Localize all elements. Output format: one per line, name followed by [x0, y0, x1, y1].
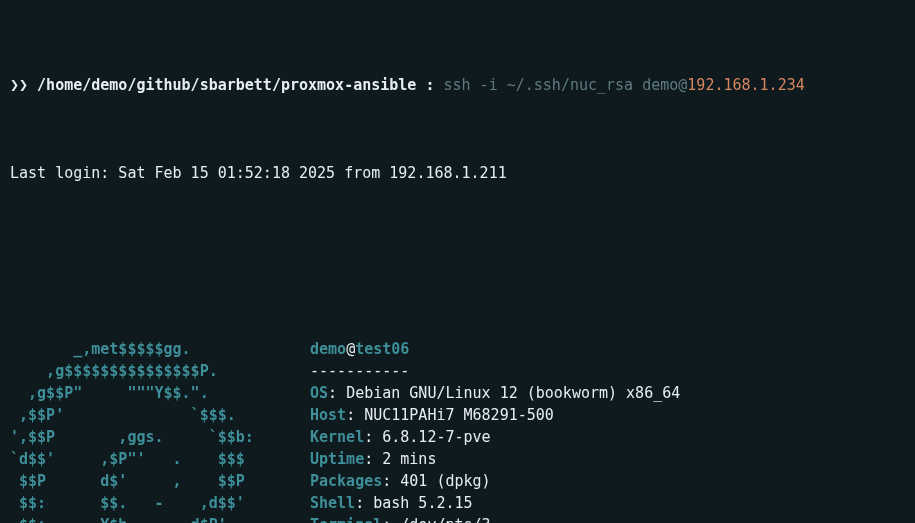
user-host-line: demo@test06	[310, 338, 725, 360]
info-row-host: Host: NUC11PAHi7 M68291-500	[310, 404, 725, 426]
logo-line: ,g$$P" """Y$$.".	[10, 382, 310, 404]
cwd-path: /home/demo/github/sbarbett/proxmox-ansib…	[37, 76, 416, 94]
ssh-user: demo@	[642, 76, 687, 94]
logo-line: ',$$P ,ggs. `$$b:	[10, 426, 310, 448]
info-label: Terminal	[310, 516, 382, 523]
info-label: Packages	[310, 472, 382, 490]
header-line: ❯❯ /home/demo/github/sbarbett/proxmox-an…	[10, 74, 905, 96]
info-value: /dev/pts/3	[400, 516, 490, 523]
system-info: demo@test06-----------OS: Debian GNU/Lin…	[310, 338, 725, 523]
prompt-arrows: ❯❯	[10, 76, 37, 94]
colon: :	[416, 76, 443, 94]
info-value: NUC11PAHi7 M68291-500	[364, 406, 554, 424]
separator-line: -----------	[310, 360, 725, 382]
logo-line: $$; Y$b._ _,d$P'	[10, 514, 310, 523]
info-row-packages: Packages: 401 (dpkg)	[310, 470, 725, 492]
logo-line: $$: $$. - ,d$$'	[10, 492, 310, 514]
info-label: Kernel	[310, 428, 364, 446]
logo-line: `d$$' ,$P"' . $$$	[10, 448, 310, 470]
info-row-shell: Shell: bash 5.2.15	[310, 492, 725, 514]
info-row-terminal: Terminal: /dev/pts/3	[310, 514, 725, 523]
info-value: 6.8.12-7-pve	[382, 428, 490, 446]
ssh-ip: 192.168.1.234	[687, 76, 804, 94]
logo-line: ,g$$$$$$$$$$$$$$$P.	[10, 360, 310, 382]
ssh-flag: -i	[480, 76, 507, 94]
ascii-logo: _,met$$$$$gg. ,g$$$$$$$$$$$$$$$P. ,g$$P"…	[10, 338, 310, 523]
info-value: bash 5.2.15	[373, 494, 472, 512]
ssh-key: ~/.ssh/nuc_rsa	[507, 76, 642, 94]
info-row-uptime: Uptime: 2 mins	[310, 448, 725, 470]
info-host: test06	[355, 340, 409, 358]
logo-line: _,met$$$$$gg.	[10, 338, 310, 360]
info-label: OS	[310, 384, 328, 402]
neofetch-output: _,met$$$$$gg. ,g$$$$$$$$$$$$$$$P. ,g$$P"…	[10, 338, 905, 523]
terminal-window[interactable]: ❯❯ /home/demo/github/sbarbett/proxmox-an…	[0, 0, 915, 523]
logo-line: ,$$P' `$$$.	[10, 404, 310, 426]
logo-line: $$P d$' , $$P	[10, 470, 310, 492]
ssh-cmd: ssh	[443, 76, 479, 94]
last-login-line: Last login: Sat Feb 15 01:52:18 2025 fro…	[10, 162, 905, 184]
info-value: 401 (dpkg)	[400, 472, 490, 490]
info-user: demo	[310, 340, 346, 358]
info-value: 2 mins	[382, 450, 436, 468]
at-symbol: @	[346, 340, 355, 358]
info-row-kernel: Kernel: 6.8.12-7-pve	[310, 426, 725, 448]
info-label: Shell	[310, 494, 355, 512]
info-row-os: OS: Debian GNU/Linux 12 (bookworm) x86_6…	[310, 382, 725, 404]
info-label: Host	[310, 406, 346, 424]
info-value: Debian GNU/Linux 12 (bookworm) x86_64	[346, 384, 680, 402]
info-label: Uptime	[310, 450, 364, 468]
